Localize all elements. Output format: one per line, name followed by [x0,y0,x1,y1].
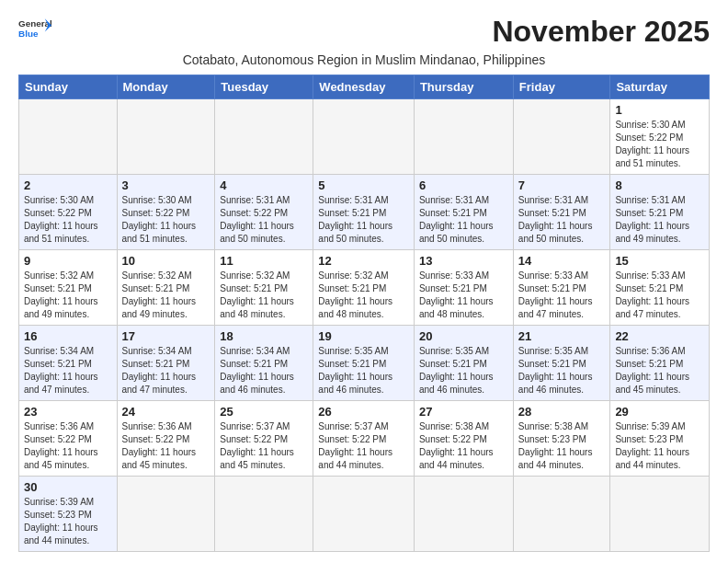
calendar-cell: 16Sunrise: 5:34 AM Sunset: 5:21 PM Dayli… [19,326,118,401]
day-info: Sunrise: 5:38 AM Sunset: 5:23 PM Dayligh… [518,420,606,472]
day-info: Sunrise: 5:36 AM Sunset: 5:22 PM Dayligh… [24,420,112,472]
calendar-cell: 29Sunrise: 5:39 AM Sunset: 5:23 PM Dayli… [610,401,710,477]
header-thursday: Thursday [414,75,513,99]
day-info: Sunrise: 5:30 AM Sunset: 5:22 PM Dayligh… [122,194,210,246]
calendar-cell: 6Sunrise: 5:31 AM Sunset: 5:21 PM Daylig… [414,175,513,250]
day-info: Sunrise: 5:33 AM Sunset: 5:21 PM Dayligh… [419,270,508,321]
calendar-cell: 20Sunrise: 5:35 AM Sunset: 5:21 PM Dayli… [414,326,513,401]
header-wednesday: Wednesday [313,75,415,99]
day-info: Sunrise: 5:39 AM Sunset: 5:23 PM Dayligh… [24,496,112,547]
calendar: Sunday Monday Tuesday Wednesday Thursday… [18,75,710,552]
day-number: 17 [122,329,210,343]
header-tuesday: Tuesday [215,75,313,99]
day-number: 4 [220,178,308,192]
header-friday: Friday [513,75,610,99]
day-info: Sunrise: 5:32 AM Sunset: 5:21 PM Dayligh… [122,270,210,321]
svg-text:General: General [18,18,51,29]
day-info: Sunrise: 5:32 AM Sunset: 5:21 PM Dayligh… [318,270,409,321]
month-title: November 2025 [492,15,710,49]
calendar-cell: 23Sunrise: 5:36 AM Sunset: 5:22 PM Dayli… [19,401,118,477]
calendar-cell [610,477,710,552]
day-info: Sunrise: 5:36 AM Sunset: 5:21 PM Dayligh… [615,345,704,396]
day-number: 14 [518,254,606,268]
week-row-6: 30Sunrise: 5:39 AM Sunset: 5:23 PM Dayli… [19,477,710,552]
day-number: 27 [419,405,508,419]
day-number: 24 [122,405,210,419]
day-info: Sunrise: 5:31 AM Sunset: 5:22 PM Dayligh… [220,194,308,246]
day-info: Sunrise: 5:35 AM Sunset: 5:21 PM Dayligh… [518,345,606,396]
week-row-1: 1Sunrise: 5:30 AM Sunset: 5:22 PM Daylig… [19,99,710,175]
week-row-3: 9Sunrise: 5:32 AM Sunset: 5:21 PM Daylig… [19,250,710,326]
calendar-cell: 26Sunrise: 5:37 AM Sunset: 5:22 PM Dayli… [313,401,415,477]
day-info: Sunrise: 5:37 AM Sunset: 5:22 PM Dayligh… [318,420,409,472]
day-info: Sunrise: 5:35 AM Sunset: 5:21 PM Dayligh… [318,345,409,396]
calendar-cell [215,477,313,552]
subtitle: Cotabato, Autonomous Region in Muslim Mi… [18,52,710,67]
day-number: 20 [419,329,508,343]
week-row-2: 2Sunrise: 5:30 AM Sunset: 5:22 PM Daylig… [19,175,710,250]
day-number: 15 [615,254,704,268]
calendar-cell [414,477,513,552]
day-info: Sunrise: 5:34 AM Sunset: 5:21 PM Dayligh… [24,345,112,396]
day-number: 11 [220,254,308,268]
day-number: 30 [24,480,112,494]
calendar-cell: 13Sunrise: 5:33 AM Sunset: 5:21 PM Dayli… [414,250,513,326]
day-number: 5 [318,178,409,192]
calendar-cell: 25Sunrise: 5:37 AM Sunset: 5:22 PM Dayli… [215,401,313,477]
day-info: Sunrise: 5:31 AM Sunset: 5:21 PM Dayligh… [615,194,704,246]
day-info: Sunrise: 5:30 AM Sunset: 5:22 PM Dayligh… [24,194,112,246]
day-number: 29 [615,405,704,419]
calendar-cell: 3Sunrise: 5:30 AM Sunset: 5:22 PM Daylig… [117,175,215,250]
week-row-4: 16Sunrise: 5:34 AM Sunset: 5:21 PM Dayli… [19,326,710,401]
day-number: 2 [24,178,112,192]
day-number: 1 [615,103,704,117]
calendar-cell: 22Sunrise: 5:36 AM Sunset: 5:21 PM Dayli… [610,326,710,401]
calendar-cell: 7Sunrise: 5:31 AM Sunset: 5:21 PM Daylig… [513,175,610,250]
logo: General Blue [18,15,51,42]
week-row-5: 23Sunrise: 5:36 AM Sunset: 5:22 PM Dayli… [19,401,710,477]
day-number: 7 [518,178,606,192]
calendar-cell: 17Sunrise: 5:34 AM Sunset: 5:21 PM Dayli… [117,326,215,401]
calendar-cell [117,99,215,175]
calendar-cell: 24Sunrise: 5:36 AM Sunset: 5:22 PM Dayli… [117,401,215,477]
calendar-cell: 9Sunrise: 5:32 AM Sunset: 5:21 PM Daylig… [19,250,118,326]
calendar-cell: 28Sunrise: 5:38 AM Sunset: 5:23 PM Dayli… [513,401,610,477]
day-number: 28 [518,405,606,419]
day-number: 16 [24,329,112,343]
calendar-cell [117,477,215,552]
calendar-cell: 30Sunrise: 5:39 AM Sunset: 5:23 PM Dayli… [19,477,118,552]
day-number: 23 [24,405,112,419]
day-info: Sunrise: 5:32 AM Sunset: 5:21 PM Dayligh… [24,270,112,321]
day-info: Sunrise: 5:31 AM Sunset: 5:21 PM Dayligh… [419,194,508,246]
calendar-cell: 18Sunrise: 5:34 AM Sunset: 5:21 PM Dayli… [215,326,313,401]
calendar-cell: 14Sunrise: 5:33 AM Sunset: 5:21 PM Dayli… [513,250,610,326]
calendar-cell: 4Sunrise: 5:31 AM Sunset: 5:22 PM Daylig… [215,175,313,250]
day-number: 6 [419,178,508,192]
day-number: 21 [518,329,606,343]
day-info: Sunrise: 5:32 AM Sunset: 5:21 PM Dayligh… [220,270,308,321]
svg-text:Blue: Blue [18,29,39,39]
day-number: 12 [318,254,409,268]
header-saturday: Saturday [610,75,710,99]
day-info: Sunrise: 5:30 AM Sunset: 5:22 PM Dayligh… [615,119,704,170]
header-monday: Monday [117,75,215,99]
day-number: 25 [220,405,308,419]
calendar-cell: 1Sunrise: 5:30 AM Sunset: 5:22 PM Daylig… [610,99,710,175]
day-info: Sunrise: 5:36 AM Sunset: 5:22 PM Dayligh… [122,420,210,472]
day-number: 8 [615,178,704,192]
day-number: 3 [122,178,210,192]
calendar-cell: 15Sunrise: 5:33 AM Sunset: 5:21 PM Dayli… [610,250,710,326]
calendar-cell [513,99,610,175]
calendar-cell [215,99,313,175]
day-number: 9 [24,254,112,268]
calendar-cell [513,477,610,552]
day-info: Sunrise: 5:31 AM Sunset: 5:21 PM Dayligh… [518,194,606,246]
day-number: 10 [122,254,210,268]
day-info: Sunrise: 5:37 AM Sunset: 5:22 PM Dayligh… [220,420,308,472]
calendar-cell: 10Sunrise: 5:32 AM Sunset: 5:21 PM Dayli… [117,250,215,326]
calendar-cell: 5Sunrise: 5:31 AM Sunset: 5:21 PM Daylig… [313,175,415,250]
weekday-header-row: Sunday Monday Tuesday Wednesday Thursday… [19,75,710,99]
day-number: 26 [318,405,409,419]
day-info: Sunrise: 5:39 AM Sunset: 5:23 PM Dayligh… [615,420,704,472]
calendar-cell: 21Sunrise: 5:35 AM Sunset: 5:21 PM Dayli… [513,326,610,401]
